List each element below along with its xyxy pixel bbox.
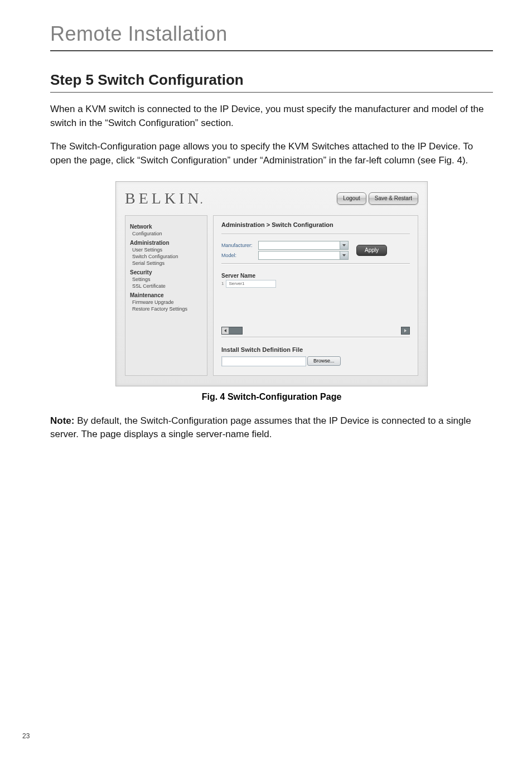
- sidebar: Network Configuration Administration Use…: [125, 215, 207, 376]
- breadcrumb: Administration > Switch Configuration: [221, 221, 410, 228]
- note-text: By default, the Switch-Configuration pag…: [50, 415, 471, 440]
- model-label: Model:: [221, 253, 255, 258]
- sidebar-item-switch-configuration[interactable]: Switch Configuration: [132, 254, 202, 259]
- sidebar-item-ssl-certificate[interactable]: SSL Certificate: [132, 283, 202, 289]
- panel-body: Network Configuration Administration Use…: [125, 215, 418, 376]
- apply-button[interactable]: Apply: [356, 245, 387, 256]
- figure-wrap: BELKIN. Logout Save & Restart Network Co…: [50, 181, 493, 386]
- paragraph-1: When a KVM switch is connected to the IP…: [50, 103, 493, 130]
- sidebar-item-settings[interactable]: Settings: [132, 277, 202, 282]
- divider: [221, 234, 410, 234]
- manufacturer-label: Manufacturer:: [221, 243, 255, 248]
- divider: [221, 337, 410, 337]
- browse-row: Browse...: [221, 356, 410, 366]
- figure-caption: Fig. 4 Switch-Configuration Page: [50, 392, 493, 402]
- panel-header: BELKIN. Logout Save & Restart: [125, 190, 418, 207]
- manufacturer-dropdown[interactable]: [258, 241, 349, 250]
- sidebar-item-serial-settings[interactable]: Serial Settings: [132, 260, 202, 266]
- server-name-input[interactable]: Server1: [226, 280, 276, 288]
- step-heading: Step 5 Switch Configuration: [50, 71, 493, 89]
- page-number: 23: [22, 732, 30, 740]
- scroll-bar: [221, 327, 410, 335]
- manufacturer-model-block: Manufacturer: Model: Apply: [221, 240, 410, 261]
- arrow-left-icon: [222, 327, 229, 334]
- note-label: Note:: [50, 415, 74, 426]
- chevron-down-icon: [340, 251, 348, 259]
- sidebar-group-security[interactable]: Security: [130, 269, 202, 275]
- belkin-logo: BELKIN.: [125, 190, 203, 207]
- step-rule: [50, 92, 493, 93]
- sidebar-item-firmware-upgrade[interactable]: Firmware Upgrade: [132, 299, 202, 305]
- save-restart-button[interactable]: Save & Restart: [369, 192, 418, 205]
- note-paragraph: Note: By default, the Switch-Configurati…: [50, 414, 493, 442]
- server-row: 1 Server1: [221, 280, 410, 288]
- sidebar-item-user-settings[interactable]: User Settings: [132, 247, 202, 253]
- divider: [221, 263, 410, 264]
- file-path-input[interactable]: [221, 356, 306, 366]
- chapter-rule: [50, 50, 493, 51]
- admin-panel: BELKIN. Logout Save & Restart Network Co…: [115, 181, 428, 386]
- content-area: Administration > Switch Configuration Ma…: [213, 215, 418, 376]
- scroll-left[interactable]: [221, 327, 243, 335]
- sidebar-item-configuration[interactable]: Configuration: [132, 231, 202, 236]
- sidebar-group-maintenance[interactable]: Maintenance: [130, 292, 202, 298]
- server-number: 1: [221, 281, 224, 286]
- brand-dot: .: [200, 193, 203, 206]
- sidebar-item-restore-factory-settings[interactable]: Restore Factory Settings: [132, 306, 202, 312]
- chevron-down-icon: [340, 241, 348, 249]
- server-name-heading: Server Name: [221, 273, 410, 279]
- paragraph-2: The Switch-Configuration page allows you…: [50, 140, 493, 167]
- logout-button[interactable]: Logout: [337, 192, 366, 205]
- browse-button[interactable]: Browse...: [307, 356, 341, 366]
- sidebar-group-network[interactable]: Network: [130, 224, 202, 230]
- brand-text: BELKIN: [125, 190, 202, 207]
- model-dropdown[interactable]: [258, 251, 349, 260]
- sidebar-group-administration[interactable]: Administration: [130, 240, 202, 246]
- scroll-right[interactable]: [401, 327, 410, 335]
- chapter-title: Remote Installation: [50, 22, 493, 46]
- install-heading: Install Switch Definition File: [221, 346, 410, 353]
- top-buttons: Logout Save & Restart: [337, 192, 418, 205]
